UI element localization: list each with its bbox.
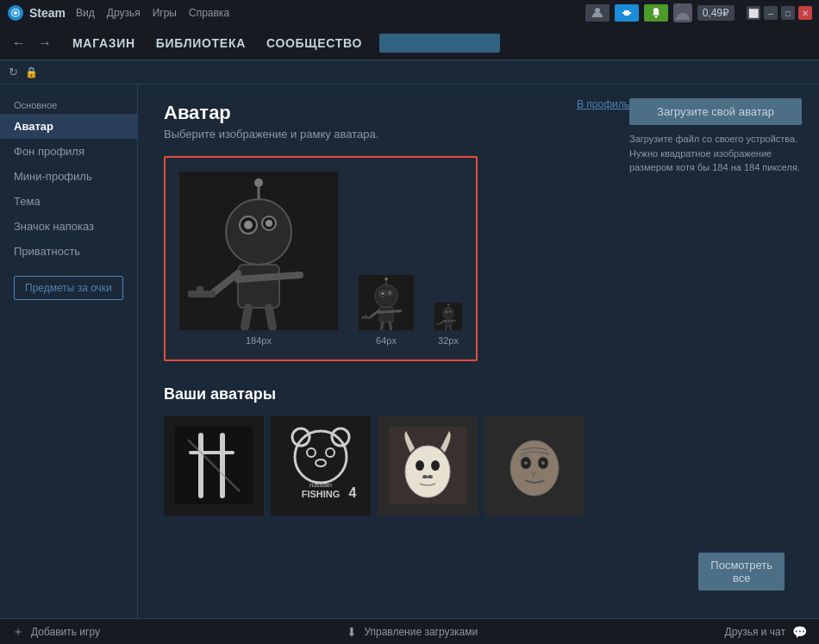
avatar-image-medium (359, 275, 414, 330)
steam-logo: Steam (7, 4, 66, 22)
svg-point-67 (405, 446, 450, 497)
svg-point-71 (428, 475, 433, 478)
add-game-icon: ＋ (12, 624, 24, 640)
window-controls: ⬜ – □ ✕ (747, 6, 812, 20)
sidebar-item-mini-profile[interactable]: Мини-профиль (0, 164, 137, 189)
downloads-action[interactable]: ⬇ Управление загрузками (347, 625, 478, 639)
svg-line-33 (379, 311, 401, 313)
main-layout: Основное Аватар Аватар Фон профиля Мини-… (0, 84, 819, 618)
svg-rect-46 (436, 323, 441, 324)
speaker-icon (621, 7, 633, 19)
profile-link[interactable]: В профиль (577, 98, 629, 110)
close-button[interactable]: ✕ (798, 6, 812, 20)
navbar: ← → МАГАЗИН БИБЛИОТЕКА СООБЩЕСТВО (0, 26, 819, 60)
avatar-label-large: 184px (246, 335, 272, 346)
svg-point-43 (447, 303, 449, 305)
nav-library[interactable]: БИБЛИОТЕКА (156, 36, 246, 50)
menu-friends[interactable]: Друзья (107, 7, 141, 19)
your-avatars-title: Ваши аватары (164, 385, 793, 403)
upload-section: Загрузите свой аватар Загрузите файл со … (629, 98, 802, 175)
svg-rect-16 (188, 291, 216, 297)
sidebar: Основное Аватар Аватар Фон профиля Мини-… (0, 84, 138, 618)
svg-point-28 (384, 278, 387, 280)
avatar-size-small: 32px (435, 303, 462, 346)
chat-icon: 💬 (792, 625, 807, 639)
svg-line-48 (446, 326, 447, 329)
notification-button[interactable] (615, 4, 639, 22)
svg-rect-17 (197, 286, 203, 291)
bell-icon (651, 7, 661, 19)
svg-rect-31 (361, 316, 371, 319)
menu-view[interactable]: Вид (76, 7, 95, 19)
points-items-button[interactable]: Предметы за очки (14, 276, 123, 300)
upload-description: Загрузите файл со своего устройства. Нуж… (629, 132, 802, 175)
nav-community[interactable]: СООБЩЕСТВО (266, 36, 362, 50)
svg-line-19 (245, 308, 248, 327)
avatar-image-large (179, 172, 338, 330)
svg-text:FISHING: FISHING (302, 489, 341, 499)
notification-bell-button[interactable] (644, 4, 668, 22)
user-avatar-button[interactable] (673, 3, 692, 22)
menu-games[interactable]: Игры (153, 7, 177, 19)
avatar-size-large: 184px (179, 172, 338, 346)
svg-point-39 (446, 311, 447, 313)
goat-avatar-art (389, 427, 466, 504)
addressbar: ↻ 🔒 (0, 60, 819, 84)
view-all-button[interactable]: Посмотреть все (698, 553, 785, 591)
svg-rect-3 (624, 10, 629, 16)
upload-avatar-button[interactable]: Загрузите свой аватар (629, 98, 802, 125)
sidebar-item-badge[interactable]: Значок напоказ (0, 214, 137, 239)
svg-rect-32 (365, 315, 367, 316)
minimize-button[interactable]: – (764, 6, 778, 20)
svg-line-47 (445, 321, 456, 322)
sidebar-item-avatar-active[interactable]: Аватар (0, 114, 137, 139)
svg-point-70 (422, 475, 428, 478)
svg-point-76 (524, 461, 528, 465)
titlebar-left: Steam Вид Друзья Игры Справка (7, 4, 229, 22)
avatar-art-small (435, 303, 462, 330)
avatar-thumb-goat[interactable] (378, 416, 478, 516)
nav-links: МАГАЗИН БИБЛИОТЕКА СООБЩЕСТВО (72, 36, 362, 50)
nav-shop[interactable]: МАГАЗИН (72, 36, 135, 50)
sidebar-section-label: Основное (0, 93, 137, 114)
sidebar-item-privacy[interactable]: Приватность (0, 239, 137, 264)
forward-arrow[interactable]: → (34, 34, 55, 53)
user-balance: 0,49₽ (697, 5, 735, 21)
friends-chat-label: Друзья и чат (725, 626, 785, 638)
nav-arrows: ← → (9, 34, 55, 53)
svg-point-68 (416, 460, 424, 471)
refresh-icon[interactable]: ↻ (9, 66, 18, 78)
svg-point-69 (431, 460, 440, 471)
avatar-thumb-bear[interactable]: russian FISHING 4 (271, 416, 371, 516)
avatar-thumb-alien[interactable] (485, 416, 585, 516)
avatar-thumb-cross[interactable] (164, 416, 264, 516)
app-title: Steam (29, 6, 66, 20)
maximize-button[interactable]: □ (781, 6, 795, 20)
svg-point-7 (226, 199, 291, 265)
svg-line-20 (269, 308, 272, 327)
avatar-size-medium: 64px (359, 275, 414, 346)
svg-line-34 (381, 322, 382, 329)
svg-line-18 (238, 275, 300, 279)
monitor-button[interactable]: ⬜ (747, 6, 760, 20)
bear-avatar-art: russian FISHING 4 (273, 418, 368, 513)
avatar-art-medium (359, 275, 414, 330)
content-area: В профиль Загрузите свой аватар Загрузит… (138, 84, 819, 618)
svg-point-37 (442, 308, 453, 319)
svg-text:4: 4 (349, 485, 357, 500)
svg-rect-29 (379, 308, 394, 322)
friends-icon-button[interactable] (585, 4, 610, 22)
back-arrow[interactable]: ← (9, 34, 29, 53)
svg-rect-44 (445, 319, 452, 327)
friends-chat-action[interactable]: Друзья и чат 💬 (725, 625, 807, 639)
menu-help[interactable]: Справка (189, 7, 229, 19)
svg-point-1 (14, 11, 17, 15)
svg-point-9 (244, 221, 253, 229)
svg-point-73 (510, 441, 559, 496)
sidebar-item-profile-bg[interactable]: Фон профиля (0, 139, 137, 164)
user-avatar-icon (675, 5, 691, 21)
svg-point-5 (679, 7, 686, 14)
add-game-action[interactable]: ＋ Добавить игру (12, 624, 100, 640)
nav-search-bar[interactable] (379, 34, 500, 53)
sidebar-item-theme[interactable]: Тема (0, 189, 137, 214)
